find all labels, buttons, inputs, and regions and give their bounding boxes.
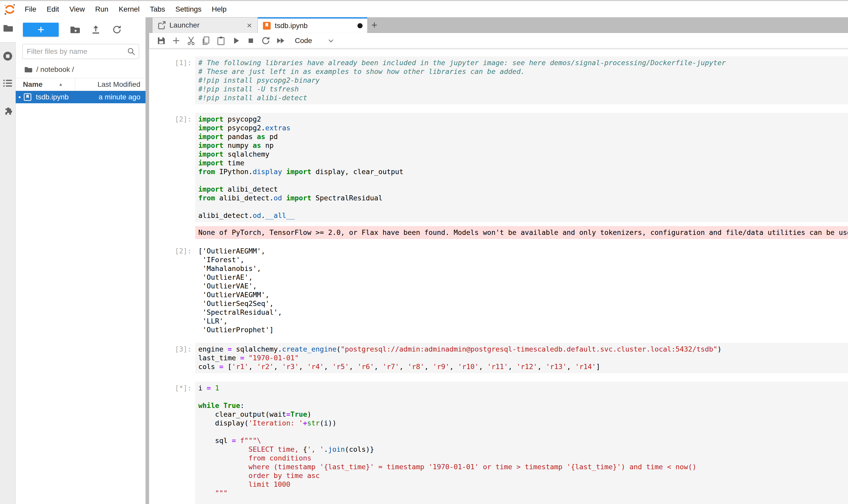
- stop-button[interactable]: [243, 35, 258, 46]
- file-browser-tab-icon[interactable]: [3, 23, 13, 33]
- close-tab-icon[interactable]: ×: [246, 20, 253, 30]
- file-browser-toolbar: [16, 17, 145, 37]
- extensions-tab-icon[interactable]: [3, 105, 13, 115]
- menu-tabs[interactable]: Tabs: [145, 5, 170, 13]
- cell-editor[interactable]: import psycopg2import psycopg2.extrasimp…: [195, 113, 848, 222]
- cell-type-value: Code: [295, 37, 312, 45]
- cell-editor[interactable]: engine = sqlalchemy.create_engine("postg…: [195, 343, 848, 373]
- menu-kernel[interactable]: Kernel: [113, 5, 145, 13]
- notebook-file-icon: [23, 93, 32, 101]
- main-dock-panel: Launcher × tsdb.ipynb +: [149, 17, 848, 504]
- tab-bar: Launcher × tsdb.ipynb +: [149, 17, 848, 33]
- menu-view[interactable]: View: [64, 5, 90, 13]
- restart-and-run-all-button[interactable]: [273, 35, 288, 46]
- menu-help[interactable]: Help: [206, 5, 232, 13]
- file-list-header: Name ▲ Last Modified: [16, 78, 145, 91]
- cut-cells-button[interactable]: [184, 35, 199, 46]
- menu-bar: File Edit View Run Kernel Tabs Settings …: [0, 1, 848, 17]
- jupyter-logo-icon: [4, 3, 16, 15]
- copy-cells-button[interactable]: [199, 35, 214, 46]
- notebook-cells: [1]:# The following libraries have alrea…: [149, 49, 848, 504]
- menu-run[interactable]: Run: [90, 5, 113, 13]
- cell-input-prompt: [1]:: [149, 56, 195, 67]
- add-cell-button[interactable]: [169, 35, 184, 46]
- notebook-cell[interactable]: [2]:import psycopg2import psycopg2.extra…: [149, 113, 848, 334]
- paste-cells-button[interactable]: [214, 35, 229, 46]
- file-browser-panel: / notebook / Name ▲ Last Modified • tsdb…: [16, 17, 145, 504]
- upload-icon[interactable]: [91, 24, 101, 35]
- refresh-icon[interactable]: [112, 24, 122, 35]
- filter-files-input[interactable]: [22, 44, 139, 59]
- cell-input-prompt: [3]:: [149, 343, 195, 354]
- notebook-cell[interactable]: [1]:# The following libraries have alrea…: [149, 56, 848, 104]
- notebook-toolbar: Code: [149, 33, 848, 49]
- restart-kernel-button[interactable]: [258, 35, 273, 46]
- notebook-cell[interactable]: [*]:i = 1 while True: clear_output(wait=…: [149, 382, 848, 504]
- column-header-last-modified[interactable]: Last Modified: [75, 78, 145, 91]
- tab-label: tsdb.ipynb: [275, 22, 357, 30]
- sort-ascending-icon: ▲: [58, 82, 63, 87]
- menu-file[interactable]: File: [20, 5, 41, 13]
- running-sessions-tab-icon[interactable]: [3, 51, 13, 61]
- search-icon: [127, 48, 136, 56]
- column-header-name[interactable]: Name ▲: [16, 80, 75, 89]
- breadcrumb-path[interactable]: / notebook /: [36, 66, 74, 74]
- cell-type-select[interactable]: Code: [295, 37, 334, 45]
- breadcrumb: / notebook /: [16, 61, 145, 78]
- save-button[interactable]: [154, 35, 169, 46]
- cell-editor[interactable]: # The following libraries have already b…: [195, 56, 848, 104]
- notebook-cell[interactable]: [3]:engine = sqlalchemy.create_engine("p…: [149, 343, 848, 373]
- file-name: tsdb.ipynb: [36, 93, 98, 101]
- chevron-down-icon: [328, 37, 334, 44]
- launcher-icon: [157, 21, 166, 30]
- cell-input-prompt: [*]:: [149, 382, 195, 393]
- jupyterlab-window: File Edit View Run Kernel Tabs Settings …: [0, 0, 848, 504]
- tab-launcher[interactable]: Launcher ×: [152, 17, 258, 33]
- cell-output-prompt: [2]:: [149, 245, 195, 255]
- file-row-selected[interactable]: • tsdb.ipynb a minute ago: [16, 91, 145, 103]
- file-last-modified: a minute ago: [98, 93, 145, 101]
- tab-label: Launcher: [169, 21, 246, 29]
- run-button[interactable]: [229, 35, 243, 46]
- panel-resize-handle[interactable]: [145, 17, 149, 504]
- menu-edit[interactable]: Edit: [41, 5, 64, 13]
- unsaved-changes-dot: •: [16, 93, 23, 101]
- cell-output-prompt-empty: [149, 222, 195, 224]
- stderr-output: None of PyTorch, TensorFlow >= 2.0, or F…: [195, 226, 848, 239]
- new-folder-icon[interactable]: [70, 24, 80, 35]
- cell-output: ['OutlierAEGMM', 'IForest', 'Mahalanobis…: [195, 245, 848, 334]
- tab-tsdb-notebook[interactable]: tsdb.ipynb: [258, 17, 367, 33]
- plus-icon: [37, 25, 45, 34]
- new-tab-button[interactable]: +: [367, 17, 381, 33]
- cell-editor[interactable]: i = 1 while True: clear_output(wait=True…: [195, 382, 848, 504]
- table-of-contents-tab-icon[interactable]: [3, 78, 13, 88]
- activity-bar: [0, 17, 16, 504]
- new-launcher-button[interactable]: [23, 23, 59, 37]
- cell-input-prompt: [2]:: [149, 113, 195, 124]
- home-folder-icon[interactable]: [24, 66, 32, 74]
- unsaved-indicator-dot[interactable]: [357, 23, 363, 28]
- notebook-icon: [263, 21, 271, 30]
- menu-settings[interactable]: Settings: [170, 5, 206, 13]
